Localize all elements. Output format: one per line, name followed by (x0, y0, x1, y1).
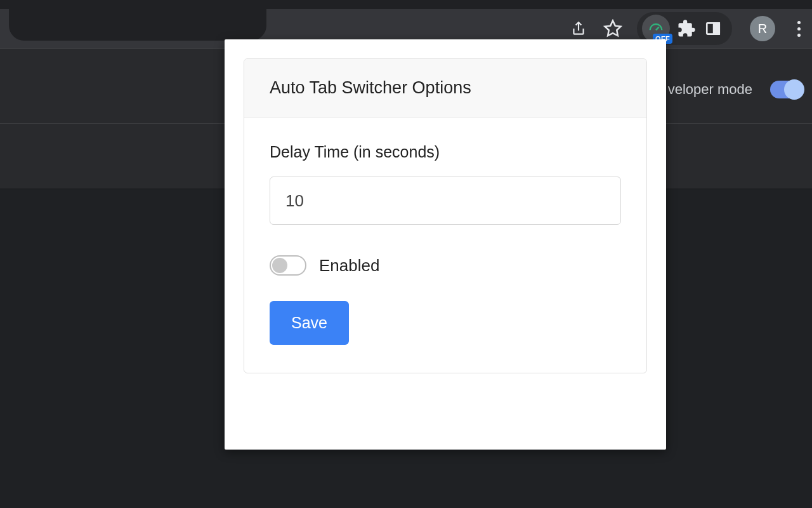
options-card: Auto Tab Switcher Options Delay Time (in… (244, 58, 647, 373)
developer-mode-label: veloper mode (668, 81, 752, 98)
options-body: Delay Time (in seconds) Enabled Save (244, 117, 646, 373)
delay-time-input[interactable] (270, 177, 621, 225)
developer-mode-toggle[interactable] (770, 81, 801, 98)
enabled-row: Enabled (270, 255, 621, 276)
omnibox-area[interactable] (9, 9, 266, 41)
browser-menu-icon[interactable] (793, 21, 804, 37)
share-icon[interactable] (568, 18, 589, 39)
bookmark-star-icon[interactable] (603, 18, 623, 39)
svg-marker-0 (605, 21, 621, 36)
delay-time-label: Delay Time (in seconds) (270, 143, 621, 161)
active-extension-icon[interactable]: OFF (642, 15, 670, 43)
enabled-toggle[interactable] (270, 255, 306, 276)
save-button[interactable]: Save (270, 301, 349, 345)
side-panel-icon[interactable] (703, 18, 723, 39)
browser-tab-strip (0, 0, 812, 9)
profile-avatar[interactable]: R (750, 16, 775, 41)
extensions-puzzle-icon[interactable] (676, 18, 697, 39)
enabled-label: Enabled (319, 256, 379, 276)
svg-rect-2 (714, 23, 719, 34)
profile-initial: R (758, 22, 767, 36)
extension-popup: Auto Tab Switcher Options Delay Time (in… (225, 39, 666, 450)
options-title: Auto Tab Switcher Options (244, 59, 646, 117)
